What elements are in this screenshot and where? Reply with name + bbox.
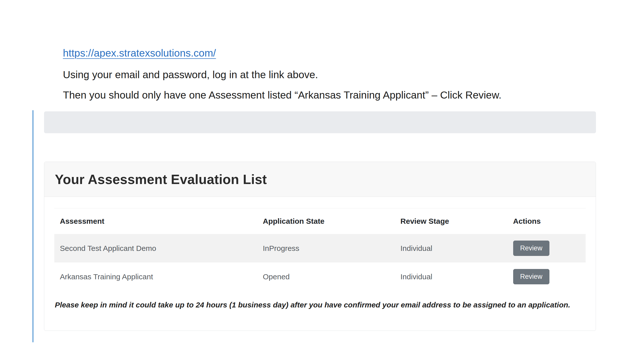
apex-portal-link[interactable]: https://apex.stratexsolutions.com/ [63, 47, 216, 59]
instruction-login-text: Using your email and password, log in at… [63, 68, 318, 81]
assessment-panel: Your Assessment Evaluation List Assessme… [44, 162, 596, 331]
cell-review-stage: Individual [395, 262, 508, 291]
empty-header-bar [44, 111, 596, 133]
cell-application-state: Opened [257, 262, 395, 291]
column-header-application-state: Application State [257, 208, 395, 234]
assessment-panel-body: Assessment Application State Review Stag… [44, 197, 596, 312]
cell-actions: Review [508, 262, 586, 291]
table-row: Arkansas Training Applicant Opened Indiv… [54, 262, 586, 291]
revision-indicator-bar [32, 110, 33, 342]
cell-assessment-name: Arkansas Training Applicant [54, 262, 257, 291]
table-row: Second Test Applicant Demo InProgress In… [54, 234, 586, 262]
panel-title: Your Assessment Evaluation List [55, 172, 267, 187]
cell-application-state: InProgress [257, 234, 395, 262]
cell-actions: Review [508, 234, 586, 262]
column-header-actions: Actions [508, 208, 586, 234]
cell-assessment-name: Second Test Applicant Demo [54, 234, 257, 262]
review-button[interactable]: Review [513, 241, 550, 256]
column-header-assessment: Assessment [54, 208, 257, 234]
review-button[interactable]: Review [513, 269, 550, 284]
assessment-panel-header: Your Assessment Evaluation List [44, 162, 596, 197]
cell-review-stage: Individual [395, 234, 508, 262]
assessment-table: Assessment Application State Review Stag… [54, 208, 586, 291]
assignment-delay-note: Please keep in mind it could take up to … [55, 298, 585, 312]
instruction-assessment-text: Then you should only have one Assessment… [63, 89, 501, 101]
link-paragraph: https://apex.stratexsolutions.com/ [63, 47, 216, 59]
column-header-review-stage: Review Stage [395, 208, 508, 234]
table-header-row: Assessment Application State Review Stag… [54, 208, 586, 234]
